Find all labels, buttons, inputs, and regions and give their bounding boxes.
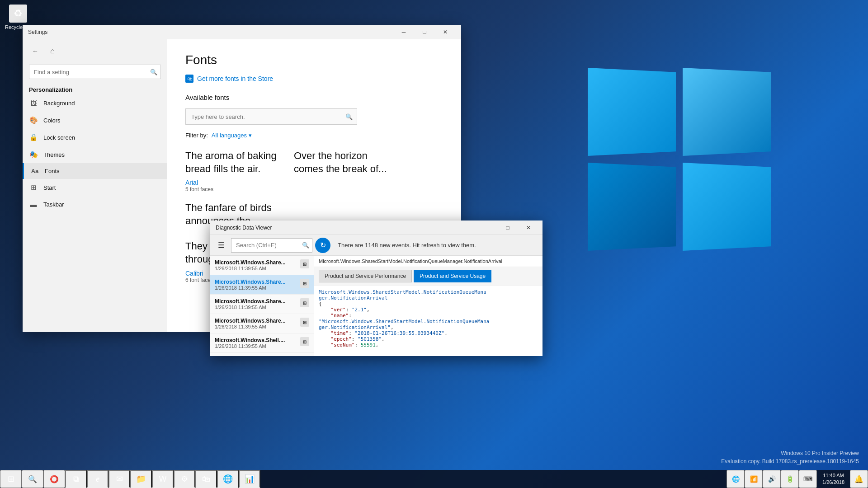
ddv-title: Diagnostic Data Viewer xyxy=(216,225,272,231)
taskbar-app-taskview[interactable]: ⧉ xyxy=(65,470,87,488)
start-button[interactable]: ⊞ xyxy=(0,470,22,488)
ddv-list-item-4-icon: ⊞ xyxy=(300,318,309,327)
ddv-titlebar: Diagnostic Data Viewer ─ □ ✕ xyxy=(210,221,542,235)
home-button[interactable]: ⌂ xyxy=(45,44,60,58)
taskbar-date-value: 1/26/2018 xyxy=(822,479,844,486)
taskbar-app-browser[interactable]: 🌐 xyxy=(217,470,239,488)
settings-sidebar: ← ⌂ 🔍 Personalization 🖼 Background 🎨 Col… xyxy=(23,39,167,332)
taskbar-cortana-button[interactable]: ⭕ xyxy=(43,470,65,488)
ddv-list-item-1[interactable]: Microsoft.Windows.Share... 1/26/2018 11:… xyxy=(210,256,314,275)
start-label: Start xyxy=(43,184,56,191)
taskbar-time-value: 11:40 AM xyxy=(823,472,844,479)
key-seqnum: "seqNum" xyxy=(331,342,355,348)
page-title: Fonts xyxy=(185,53,443,67)
taskbar-volume-icon[interactable]: 🔊 xyxy=(763,470,781,488)
ddv-refresh-button[interactable]: ↻ xyxy=(315,238,330,253)
taskbar-app-ddv[interactable]: 📊 xyxy=(239,470,260,488)
ddv-minimize-button[interactable]: ─ xyxy=(476,221,497,235)
ddv-search-icon-button[interactable]: 🔍 xyxy=(299,238,312,253)
key-time: "time" xyxy=(331,330,349,336)
font-search-input[interactable] xyxy=(185,108,357,125)
minimize-button[interactable]: ─ xyxy=(393,25,414,39)
ddv-list-item-3-icon: ⊞ xyxy=(300,298,309,307)
store-link-icon: 🛍 xyxy=(185,75,193,83)
ddv-list-item-4[interactable]: Microsoft.Windows.Share... 1/26/2018 11:… xyxy=(210,314,314,333)
taskbar-battery-icon[interactable]: 🔋 xyxy=(781,470,799,488)
watermark-line2: Evaluation copy. Build 17083.rs_prerelea… xyxy=(721,457,859,465)
maximize-button[interactable]: □ xyxy=(414,25,435,39)
sidebar-item-colors[interactable]: 🎨 Colors xyxy=(23,112,167,129)
ddv-notification: There are 1148 new events. Hit refresh t… xyxy=(333,242,539,249)
ddv-list-item-5[interactable]: Microsoft.Windows.Shell.... 1/26/2018 11… xyxy=(210,333,314,353)
ddv-list-item-1-name: Microsoft.Windows.Share... xyxy=(215,259,297,266)
sidebar-item-fonts[interactable]: Aa Fonts xyxy=(23,163,167,179)
store-link[interactable]: 🛍 Get more fonts in the Store xyxy=(185,75,443,83)
ddv-tab-performance[interactable]: Product and Service Performance xyxy=(319,270,412,282)
filter-label: Filter by: xyxy=(185,132,208,139)
colors-label: Colors xyxy=(43,117,61,124)
sidebar-section-label: Personalization xyxy=(23,83,167,95)
sidebar-item-start[interactable]: ⊞ Start xyxy=(23,179,167,196)
taskbar-app-store[interactable]: 🛍 xyxy=(195,470,217,488)
ddv-tab-usage[interactable]: Product and Service Usage xyxy=(414,270,491,282)
ddv-list-item-5-date: 1/26/2018 11:39:55 AM xyxy=(215,343,297,349)
win-pane-tl xyxy=(588,68,676,156)
filter-value: All languages xyxy=(212,132,247,139)
back-button[interactable]: ← xyxy=(29,45,42,57)
settings-titlebar-left: Settings xyxy=(28,29,47,35)
colors-icon: 🎨 xyxy=(29,116,38,124)
taskbar-notification-button[interactable]: 🔔 xyxy=(850,470,868,488)
settings-titlebar: Settings ─ □ ✕ xyxy=(23,25,461,39)
search-input[interactable] xyxy=(29,65,161,79)
ddv-list-item-2[interactable]: Microsoft.Windows.Share... 1/26/2018 11:… xyxy=(210,275,314,295)
key-ver: "ver" xyxy=(331,307,346,313)
themes-label: Themes xyxy=(43,151,65,158)
sidebar-item-background[interactable]: 🖼 Background xyxy=(23,95,167,112)
ddv-list-item-3[interactable]: Microsoft.Windows.Share... 1/26/2018 11:… xyxy=(210,295,314,314)
ddv-list: Microsoft.Windows.Share... 1/26/2018 11:… xyxy=(210,256,314,356)
ddv-menu-button[interactable]: ☰ xyxy=(214,238,228,253)
taskbar-app-mail[interactable]: ✉ xyxy=(108,470,130,488)
sidebar-item-themes[interactable]: 🎭 Themes xyxy=(23,146,167,163)
ddv-maximize-button[interactable]: □ xyxy=(497,221,518,235)
taskbar-clock[interactable]: 11:40 AM 1/26/2018 xyxy=(817,470,850,488)
filter-dropdown[interactable]: All languages ▾ xyxy=(212,132,252,139)
lock-screen-icon: 🔒 xyxy=(29,133,38,141)
sidebar-item-lock-screen[interactable]: 🔒 Lock screen xyxy=(23,129,167,146)
ddv-list-item-3-info: Microsoft.Windows.Share... 1/26/2018 11:… xyxy=(215,298,297,310)
close-button[interactable]: ✕ xyxy=(435,25,456,39)
event-name: Microsoft.Windows.SharedStartModel.Notif… xyxy=(319,258,538,264)
taskbar-app-explorer[interactable]: 📁 xyxy=(130,470,152,488)
ddv-list-item-2-name: Microsoft.Windows.Share... xyxy=(215,279,297,285)
taskbar-network-icon[interactable]: 🌐 xyxy=(726,470,745,488)
ddv-list-item-2-date: 1/26/2018 11:39:55 AM xyxy=(215,285,297,291)
taskbar-keyboard-icon[interactable]: ⌨ xyxy=(799,470,817,488)
taskbar-search-button[interactable]: 🔍 xyxy=(22,470,43,488)
taskbar-wifi-icon[interactable]: 📶 xyxy=(745,470,763,488)
background-label: Background xyxy=(43,100,75,107)
taskbar-app-edge[interactable]: e xyxy=(87,470,108,488)
themes-icon: 🎭 xyxy=(29,150,38,159)
sidebar-item-taskbar[interactable]: ▬ Taskbar xyxy=(23,196,167,213)
taskbar-label: Taskbar xyxy=(43,201,64,208)
win-pane-bl xyxy=(588,163,676,251)
watermark-line1: Windows 10 Pro Insider Preview xyxy=(721,449,859,457)
taskbar-app-settings[interactable]: ⚙ xyxy=(174,470,195,488)
win-pane-tr xyxy=(683,68,771,156)
ddv-list-item-5-icon: ⊞ xyxy=(300,337,309,346)
taskbar-icon: ▬ xyxy=(29,201,38,208)
search-box-container: 🔍 xyxy=(29,65,161,79)
ddv-list-item-4-name: Microsoft.Windows.Share... xyxy=(215,318,297,324)
search-icon-button[interactable]: 🔍 xyxy=(146,65,161,79)
key-name: "name" xyxy=(331,313,349,319)
recycle-bin-graphic: ♻ xyxy=(9,5,27,23)
font-search-box: 🔍 xyxy=(185,108,357,125)
font-search-button[interactable]: 🔍 xyxy=(341,108,357,125)
store-link-text: Get more fonts in the Store xyxy=(197,75,273,82)
chevron-down-icon: ▾ xyxy=(249,132,252,139)
ddv-event-full-name: Microsoft.Windows.SharedStartModel.Notif… xyxy=(319,289,486,301)
ddv-close-button[interactable]: ✕ xyxy=(518,221,539,235)
settings-title: Settings xyxy=(28,29,47,35)
font-name-arial[interactable]: Arial xyxy=(185,179,285,186)
taskbar-app-word[interactable]: W xyxy=(152,470,174,488)
